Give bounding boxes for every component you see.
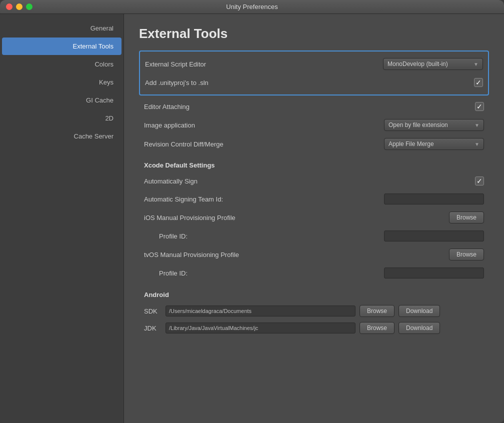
sidebar-item-keys[interactable]: Keys (2, 74, 122, 91)
window-title: Unity Preferences (226, 3, 278, 10)
dropdown-arrow-icon2: ▼ (474, 122, 480, 128)
tvos-profile-id-row: Profile ID: (139, 264, 489, 282)
minimize-button[interactable] (16, 4, 22, 10)
auto-sign-row: Automatically Sign ✓ (139, 172, 489, 190)
close-button[interactable] (6, 4, 12, 10)
editor-attaching-label: Editor Attaching (144, 103, 475, 110)
image-application-row: Image application Open by file extension… (139, 116, 489, 134)
android-sdk-browse-button[interactable]: Browse (360, 305, 394, 317)
sidebar-item-cache-server[interactable]: Cache Server (2, 128, 122, 145)
dropdown-arrow-icon3: ▼ (474, 142, 480, 147)
tvos-provisioning-row: tvOS Manual Provisioning Profile Browse (139, 245, 489, 264)
ios-provisioning-label: iOS Manual Provisioning Profile (144, 214, 449, 222)
editor-attaching-control: ✓ (475, 102, 484, 111)
android-sdk-label: SDK (144, 308, 162, 315)
add-unityproj-row: Add .unityproj's to .sln ✓ (140, 74, 488, 92)
image-application-label: Image application (144, 122, 384, 129)
auto-sign-team-row: Automatic Signing Team Id: (139, 190, 489, 208)
dropdown-arrow-icon: ▼ (474, 62, 478, 67)
auto-sign-team-input[interactable] (384, 194, 484, 204)
ios-profile-id-control (384, 230, 484, 242)
sidebar: General External Tools Colors Keys GI Ca… (0, 14, 124, 423)
tvos-provisioning-browse-button[interactable]: Browse (449, 248, 484, 260)
android-jdk-browse-button[interactable]: Browse (360, 322, 394, 334)
android-sdk-row: SDK Browse Download (139, 302, 489, 320)
main-content: External Tools External Script Editor Mo… (124, 14, 504, 423)
ios-profile-id-label: Profile ID: (144, 232, 384, 240)
tvos-provisioning-label: tvOS Manual Provisioning Profile (144, 251, 449, 258)
image-application-dropdown[interactable]: Open by file extension ▼ (384, 119, 484, 131)
ios-provisioning-browse-button[interactable]: Browse (449, 212, 484, 224)
sidebar-item-2d[interactable]: 2D (2, 110, 122, 127)
image-application-control: Open by file extension ▼ (384, 119, 484, 131)
tvos-profile-id-input[interactable] (384, 268, 484, 278)
android-jdk-row: JDK Browse Download (139, 320, 489, 336)
ios-profile-id-input[interactable] (384, 230, 484, 242)
external-script-editor-row: External Script Editor MonoDevelop (buil… (140, 54, 488, 74)
revision-control-dropdown[interactable]: Apple File Merge ▼ (384, 138, 484, 150)
ios-profile-id-row: Profile ID: (139, 227, 489, 245)
sidebar-item-external-tools[interactable]: External Tools (2, 38, 122, 55)
revision-control-control: Apple File Merge ▼ (384, 138, 484, 150)
add-unityproj-control: ✓ (474, 78, 483, 87)
sidebar-item-gi-cache[interactable]: GI Cache (2, 92, 122, 109)
external-script-editor-label: External Script Editor (145, 60, 383, 68)
android-section: Android SDK Browse Download JDK Browse D… (139, 289, 489, 336)
maximize-button[interactable] (26, 4, 32, 10)
tvos-provisioning-control: Browse (449, 248, 484, 260)
editor-attaching-row: Editor Attaching ✓ (139, 98, 489, 116)
android-jdk-download-button[interactable]: Download (398, 322, 440, 334)
revision-control-label: Revision Control Diff/Merge (144, 140, 384, 148)
tvos-profile-id-label: Profile ID: (144, 270, 384, 277)
sidebar-item-colors[interactable]: Colors (2, 56, 122, 73)
external-script-editor-control: MonoDevelop (built-in) ▼ (383, 58, 483, 70)
page-title: External Tools (139, 26, 489, 42)
android-section-title: Android (139, 289, 489, 302)
title-bar: Unity Preferences (0, 0, 504, 14)
android-sdk-path-input[interactable] (166, 306, 356, 316)
add-unityproj-checkbox[interactable]: ✓ (474, 78, 483, 87)
tvos-profile-id-control (384, 268, 484, 278)
android-jdk-label: JDK (144, 324, 162, 332)
app-body: General External Tools Colors Keys GI Ca… (0, 14, 504, 423)
script-editor-highlight-box: External Script Editor MonoDevelop (buil… (139, 50, 489, 96)
android-jdk-path-input[interactable] (166, 322, 356, 334)
revision-control-row: Revision Control Diff/Merge Apple File M… (139, 134, 489, 154)
ios-provisioning-control: Browse (449, 212, 484, 224)
auto-sign-label: Automatically Sign (144, 178, 475, 185)
sidebar-item-general[interactable]: General (2, 20, 122, 37)
android-sdk-download-button[interactable]: Download (398, 305, 440, 317)
editor-attaching-checkbox[interactable]: ✓ (475, 102, 484, 111)
window-controls (6, 4, 32, 10)
add-unityproj-label: Add .unityproj's to .sln (145, 79, 474, 86)
external-script-editor-dropdown[interactable]: MonoDevelop (built-in) ▼ (383, 58, 483, 70)
auto-sign-team-label: Automatic Signing Team Id: (144, 196, 384, 203)
ios-provisioning-row: iOS Manual Provisioning Profile Browse (139, 208, 489, 227)
xcode-section-title: Xcode Default Settings (139, 158, 489, 172)
auto-sign-team-control (384, 194, 484, 204)
auto-sign-checkbox[interactable]: ✓ (475, 176, 484, 186)
auto-sign-control: ✓ (475, 176, 484, 186)
